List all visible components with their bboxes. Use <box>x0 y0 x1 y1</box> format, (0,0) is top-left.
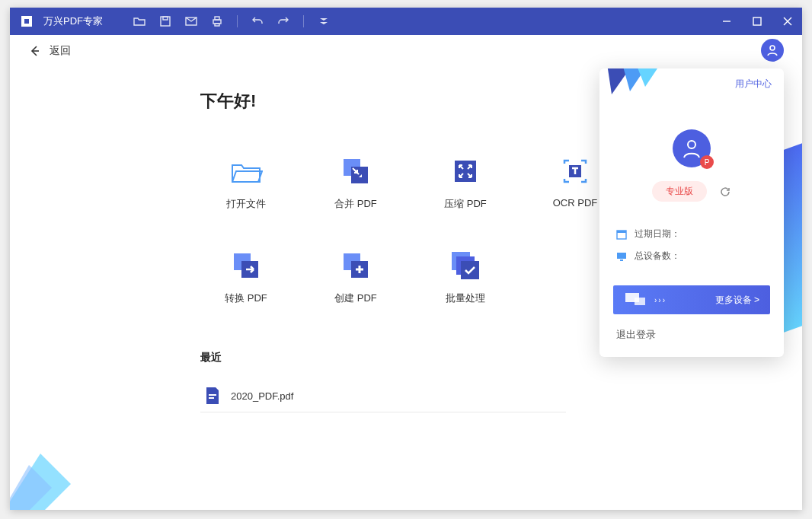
svg-rect-9 <box>753 18 761 25</box>
svg-rect-36 <box>620 260 623 261</box>
folder-open-icon <box>229 154 263 188</box>
svg-point-32 <box>688 141 695 148</box>
svg-marker-28 <box>10 465 52 510</box>
calendar-icon <box>616 229 627 240</box>
recent-file-item[interactable]: 2020_PDF.pdf <box>200 380 566 412</box>
arrows-icon: ››› <box>654 296 667 304</box>
back-button[interactable]: 返回 <box>28 44 71 58</box>
monitor-icon <box>616 251 627 262</box>
app-title: 万兴PDF专家 <box>43 14 103 28</box>
devices-row: 总设备数： <box>599 245 784 267</box>
action-convert-pdf[interactable]: 转换 PDF <box>200 249 292 305</box>
more-devices-button[interactable]: ››› 更多设备 > <box>613 285 770 314</box>
mail-icon[interactable] <box>185 15 197 27</box>
action-label: 转换 PDF <box>225 291 267 305</box>
greeting-text: 下午好! <box>200 90 627 113</box>
redo-icon[interactable] <box>277 15 289 27</box>
svg-rect-3 <box>163 17 168 20</box>
actions-grid: 打开文件 合并 PDF 压缩 PDF OCR PDF <box>200 154 627 305</box>
svg-rect-35 <box>617 253 626 259</box>
undo-icon[interactable] <box>251 15 264 27</box>
expiry-row: 过期日期： <box>599 223 784 245</box>
svg-rect-2 <box>161 17 170 26</box>
svg-rect-1 <box>24 19 29 24</box>
menu-down-icon[interactable] <box>318 15 330 27</box>
action-compress-pdf[interactable]: 压缩 PDF <box>420 154 511 211</box>
svg-rect-26 <box>209 397 214 399</box>
action-label: 创建 PDF <box>334 291 377 305</box>
svg-rect-5 <box>213 20 221 24</box>
user-panel: 用户中心 P 专业版 过期日期： 总设备数： ››› 更多设备 > 退出登录 <box>599 68 784 357</box>
ocr-icon <box>558 154 592 188</box>
svg-marker-31 <box>636 68 660 87</box>
svg-rect-25 <box>209 394 216 396</box>
decorative-corner <box>10 454 71 510</box>
user-avatar-button[interactable] <box>761 39 784 62</box>
svg-rect-6 <box>215 17 219 20</box>
convert-icon <box>229 249 263 282</box>
action-batch[interactable]: 批量处理 <box>420 249 511 305</box>
create-icon <box>339 249 372 282</box>
app-logo-icon <box>19 14 34 29</box>
recent-heading: 最近 <box>200 351 627 365</box>
action-label: 打开文件 <box>226 197 266 211</box>
action-label: 批量处理 <box>446 291 485 305</box>
titlebar: 万兴PDF专家 <box>10 8 802 35</box>
merge-icon <box>339 154 372 188</box>
action-label: 压缩 PDF <box>444 197 487 211</box>
toolbar-icons <box>133 15 330 27</box>
decorative-triangles-icon <box>607 68 660 100</box>
expiry-label: 过期日期： <box>635 228 680 240</box>
close-icon[interactable] <box>782 16 793 27</box>
user-center-link[interactable]: 用户中心 <box>735 78 772 91</box>
minimize-icon[interactable] <box>721 16 732 27</box>
svg-rect-16 <box>455 161 476 182</box>
batch-icon <box>449 249 482 282</box>
logout-button[interactable]: 退出登录 <box>599 314 784 357</box>
action-merge-pdf[interactable]: 合并 PDF <box>310 154 401 211</box>
svg-rect-34 <box>617 231 626 233</box>
devices-graphic-icon <box>624 291 647 310</box>
action-create-pdf[interactable]: 创建 PDF <box>310 249 401 305</box>
arrow-left-icon <box>28 44 42 58</box>
recent-file-name: 2020_PDF.pdf <box>231 390 293 402</box>
action-open-file[interactable]: 打开文件 <box>200 154 292 211</box>
back-label: 返回 <box>50 44 71 58</box>
print-icon[interactable] <box>211 15 223 27</box>
panel-avatar: P <box>673 129 711 167</box>
save-icon[interactable] <box>159 15 171 27</box>
pdf-file-icon <box>205 387 222 404</box>
action-label: OCR PDF <box>553 197 598 209</box>
more-devices-label: 更多设备 > <box>715 294 759 307</box>
maximize-icon[interactable] <box>752 16 762 27</box>
pro-badge-icon: P <box>700 155 714 169</box>
compress-icon <box>449 154 482 188</box>
subbar: 返回 <box>10 35 802 67</box>
devices-label: 总设备数： <box>635 250 680 263</box>
refresh-icon[interactable] <box>719 186 731 198</box>
svg-marker-27 <box>10 454 71 510</box>
action-label: 合并 PDF <box>334 197 377 211</box>
svg-rect-7 <box>215 24 219 26</box>
svg-rect-24 <box>461 261 479 279</box>
pro-version-badge: 专业版 <box>652 181 707 202</box>
folder-icon[interactable] <box>133 15 145 27</box>
svg-rect-38 <box>635 298 645 305</box>
svg-point-12 <box>770 46 775 50</box>
